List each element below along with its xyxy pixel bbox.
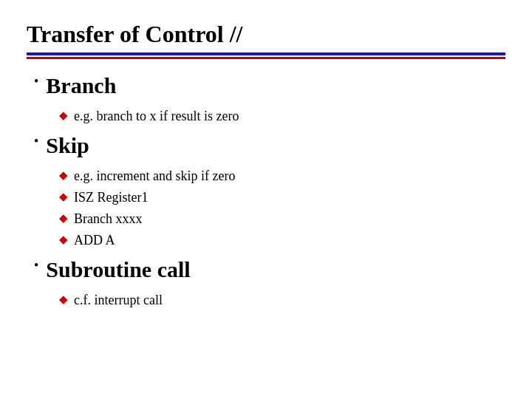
bullet-label-subroutine: Subroutine call xyxy=(46,256,190,283)
sub-item-branch-1: ◆ e.g. branch to x if result is zero xyxy=(59,106,505,126)
diamond-icon-skip-3: ◆ xyxy=(59,211,68,225)
divider-red xyxy=(27,57,505,59)
sub-text-subroutine-1: c.f. interrupt call xyxy=(74,290,163,310)
diamond-icon: ◆ xyxy=(59,109,68,122)
sub-item-skip-4: ◆ ADD A xyxy=(59,231,505,250)
sub-item-skip-1: ◆ e.g. increment and skip if zero xyxy=(59,166,505,186)
sub-items-skip: ◆ e.g. increment and skip if zero ◆ ISZ … xyxy=(59,166,505,250)
sub-item-skip-2: ◆ ISZ Register1 xyxy=(59,188,505,208)
sub-text-skip-3: Branch xxxx xyxy=(74,209,142,229)
sub-item-subroutine-1: ◆ c.f. interrupt call xyxy=(59,290,505,310)
sub-text-skip-4: ADD A xyxy=(74,231,115,250)
sub-items-branch: ◆ e.g. branch to x if result is zero xyxy=(59,106,505,126)
sub-text-skip-1: e.g. increment and skip if zero xyxy=(74,166,235,186)
diamond-icon-subroutine-1: ◆ xyxy=(59,293,68,306)
bullet-skip: • Skip xyxy=(34,132,505,159)
bullet-dot-skip: • xyxy=(34,134,38,149)
content-area: • Branch ◆ e.g. branch to x if result is… xyxy=(27,72,505,310)
diamond-icon-skip-4: ◆ xyxy=(59,233,68,246)
slide: Transfer of Control // • Branch ◆ e.g. b… xyxy=(0,0,532,399)
sub-text-branch-1: e.g. branch to x if result is zero xyxy=(74,106,239,126)
divider xyxy=(27,52,505,59)
sub-items-subroutine: ◆ c.f. interrupt call xyxy=(59,290,505,310)
bullet-branch: • Branch xyxy=(34,72,505,99)
sub-text-skip-2: ISZ Register1 xyxy=(74,188,149,208)
bullet-label-branch: Branch xyxy=(46,72,116,99)
bullet-dot-branch: • xyxy=(34,74,38,89)
diamond-icon-skip-2: ◆ xyxy=(59,190,68,203)
diamond-icon-skip-1: ◆ xyxy=(59,168,68,182)
bullet-subroutine: • Subroutine call xyxy=(34,256,505,283)
slide-title: Transfer of Control // xyxy=(27,21,505,48)
bullet-label-skip: Skip xyxy=(46,132,89,159)
bullet-dot-subroutine: • xyxy=(34,258,38,273)
divider-blue xyxy=(27,52,505,55)
sub-item-skip-3: ◆ Branch xxxx xyxy=(59,209,505,229)
